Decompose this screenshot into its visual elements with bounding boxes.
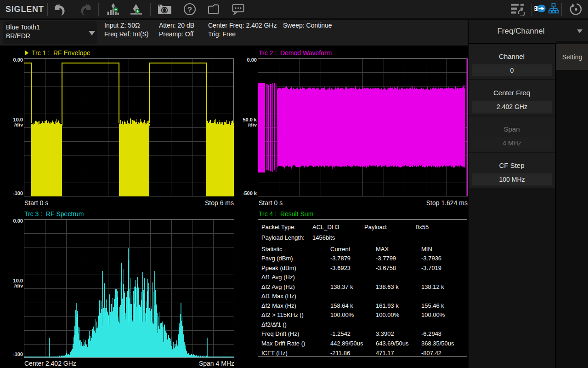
svg-text:?: ? — [187, 6, 192, 14]
